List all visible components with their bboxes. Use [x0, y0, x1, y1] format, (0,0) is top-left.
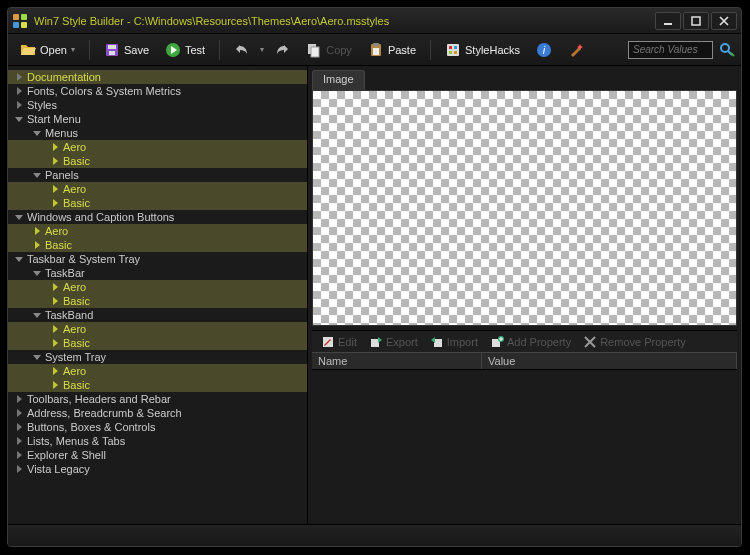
tree-node[interactable]: Basic	[8, 154, 307, 168]
stylehacks-button[interactable]: StyleHacks	[439, 39, 526, 61]
chevron-right-icon[interactable]	[14, 450, 24, 460]
open-button[interactable]: Open ▾	[14, 39, 81, 61]
minimize-button[interactable]	[655, 12, 681, 30]
tree-node[interactable]: Menus	[8, 126, 307, 140]
chevron-down-icon[interactable]	[32, 268, 42, 278]
svg-rect-5	[692, 17, 700, 25]
chevron-right-icon[interactable]	[14, 436, 24, 446]
tree-node[interactable]: Taskbar & System Tray	[8, 252, 307, 266]
chevron-right-icon[interactable]	[50, 338, 60, 348]
tree-node[interactable]: Aero	[8, 140, 307, 154]
close-button[interactable]	[711, 12, 737, 30]
chevron-right-icon[interactable]	[50, 156, 60, 166]
tree-node-label: Panels	[45, 169, 79, 181]
tab-image[interactable]: Image	[312, 70, 365, 90]
tree-node[interactable]: Aero	[8, 364, 307, 378]
tree-node[interactable]: Aero	[8, 224, 307, 238]
property-grid-header: Name Value	[312, 352, 737, 370]
main-panel: Image Edit Export Import Add Pr	[308, 66, 741, 524]
paste-button[interactable]: Paste	[362, 39, 422, 61]
tree-node-label: Aero	[63, 183, 86, 195]
main-toolbar: Open ▾ Save Test ▾ Copy Paste	[8, 34, 741, 66]
tree-node[interactable]: Explorer & Shell	[8, 448, 307, 462]
chevron-right-icon[interactable]	[32, 240, 42, 250]
save-button[interactable]: Save	[98, 39, 155, 61]
copy-button[interactable]: Copy	[300, 39, 358, 61]
tree-node[interactable]: Lists, Menus & Tabs	[8, 434, 307, 448]
chevron-right-icon[interactable]	[50, 366, 60, 376]
chevron-down-icon[interactable]	[32, 352, 42, 362]
tree-node[interactable]: Windows and Caption Buttons	[8, 210, 307, 224]
dropdown-arrow-icon: ▾	[71, 45, 75, 54]
image-preview[interactable]	[312, 90, 737, 326]
dropdown-arrow-icon[interactable]: ▾	[260, 45, 264, 54]
chevron-right-icon[interactable]	[14, 72, 24, 82]
tree-node[interactable]: Buttons, Boxes & Controls	[8, 420, 307, 434]
tree-node-label: Toolbars, Headers and Rebar	[27, 393, 171, 405]
tree-node[interactable]: Documentation	[8, 70, 307, 84]
info-button[interactable]: i	[530, 39, 558, 61]
chevron-right-icon[interactable]	[14, 394, 24, 404]
column-value[interactable]: Value	[482, 353, 737, 369]
svg-rect-18	[449, 51, 452, 54]
chevron-right-icon[interactable]	[50, 296, 60, 306]
tree-node[interactable]: Basic	[8, 196, 307, 210]
tree-node[interactable]: System Tray	[8, 350, 307, 364]
column-name[interactable]: Name	[312, 353, 482, 369]
tree-node-label: Fonts, Colors & System Metrics	[27, 85, 181, 97]
property-grid[interactable]	[312, 370, 737, 520]
tree-node[interactable]: Aero	[8, 280, 307, 294]
undo-button[interactable]	[228, 39, 256, 61]
tree-node[interactable]: TaskBar	[8, 266, 307, 280]
wand-button[interactable]	[562, 39, 590, 61]
chevron-right-icon[interactable]	[50, 282, 60, 292]
add-property-button[interactable]: Add Property	[485, 333, 576, 351]
chevron-down-icon[interactable]	[14, 212, 24, 222]
navigation-tree[interactable]: DocumentationFonts, Colors & System Metr…	[8, 66, 308, 524]
tree-node[interactable]: Basic	[8, 238, 307, 252]
svg-rect-24	[371, 339, 379, 347]
remove-property-button[interactable]: Remove Property	[578, 333, 691, 351]
chevron-right-icon[interactable]	[14, 464, 24, 474]
titlebar[interactable]: Win7 Style Builder - C:\Windows\Resource…	[8, 8, 741, 34]
chevron-right-icon[interactable]	[14, 100, 24, 110]
tree-node[interactable]: Aero	[8, 322, 307, 336]
chevron-down-icon[interactable]	[14, 114, 24, 124]
tree-node[interactable]: Vista Legacy	[8, 462, 307, 476]
chevron-down-icon[interactable]	[32, 310, 42, 320]
chevron-right-icon[interactable]	[50, 184, 60, 194]
tree-node[interactable]: Aero	[8, 182, 307, 196]
chevron-right-icon[interactable]	[32, 226, 42, 236]
chevron-right-icon[interactable]	[14, 408, 24, 418]
svg-rect-15	[447, 44, 459, 56]
tree-node[interactable]: Basic	[8, 378, 307, 392]
tree-node[interactable]: Styles	[8, 98, 307, 112]
search-go-icon[interactable]	[719, 42, 735, 58]
search-input[interactable]	[628, 41, 713, 59]
svg-rect-11	[311, 47, 319, 57]
tree-node[interactable]: Basic	[8, 336, 307, 350]
tree-node[interactable]: Fonts, Colors & System Metrics	[8, 84, 307, 98]
tree-node[interactable]: TaskBand	[8, 308, 307, 322]
chevron-right-icon[interactable]	[14, 422, 24, 432]
tree-node[interactable]: Address, Breadcrumb & Search	[8, 406, 307, 420]
tree-node[interactable]: Toolbars, Headers and Rebar	[8, 392, 307, 406]
chevron-right-icon[interactable]	[50, 198, 60, 208]
chevron-down-icon[interactable]	[32, 170, 42, 180]
tree-node[interactable]: Panels	[8, 168, 307, 182]
maximize-button[interactable]	[683, 12, 709, 30]
export-button[interactable]: Export	[364, 333, 423, 351]
edit-property-button[interactable]: Edit	[316, 333, 362, 351]
test-button[interactable]: Test	[159, 39, 211, 61]
chevron-down-icon[interactable]	[14, 254, 24, 264]
chevron-right-icon[interactable]	[14, 86, 24, 96]
tree-node[interactable]: Basic	[8, 294, 307, 308]
tree-node-label: Basic	[63, 197, 90, 209]
chevron-down-icon[interactable]	[32, 128, 42, 138]
chevron-right-icon[interactable]	[50, 324, 60, 334]
tree-node[interactable]: Start Menu	[8, 112, 307, 126]
chevron-right-icon[interactable]	[50, 380, 60, 390]
chevron-right-icon[interactable]	[50, 142, 60, 152]
import-button[interactable]: Import	[425, 333, 483, 351]
redo-button[interactable]	[268, 39, 296, 61]
